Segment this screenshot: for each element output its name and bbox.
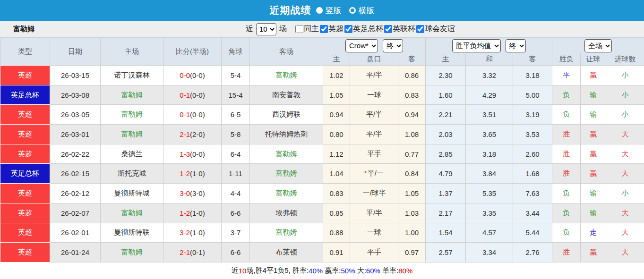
league-filter-group: 同主英超英足总杯英联杯球会友谊 [295, 24, 455, 34]
handicap-text: 一球 [367, 228, 381, 236]
period-select[interactable]: 全场 [584, 39, 612, 52]
asian-away-odds: 1.08 [398, 125, 426, 144]
handicap-line: 平/半 [350, 66, 398, 85]
handicap-line: 平/半 [350, 105, 398, 125]
table-row: 英足总杯 26-02-15 斯托克城 1-2(1-0) 1-11 富勒姆 1.0… [0, 164, 644, 184]
match-history-table: 类型 日期 主场 比分(半场) 角球 客场 Crow* 终 胜平负均值 终 [0, 38, 644, 262]
asian-odds-group-header: Crow* 终 [323, 38, 426, 53]
asian-away-odds: 0.86 [398, 66, 426, 85]
match-type-badge: 英超 [0, 66, 50, 85]
halftime-score: (1-0) [190, 228, 205, 237]
result-goals: 大 [606, 203, 644, 223]
filter-checkbox[interactable] [320, 25, 328, 33]
asian-home-odds: 1.02 [323, 66, 350, 85]
bookmaker-select[interactable]: Crow* [345, 39, 378, 52]
handicap-line: 平/半 [350, 203, 398, 223]
table-row: 英足总杯 26-03-08 富勒姆 0-1(0-0) 15-4 南安普敦 1.0… [0, 85, 644, 105]
match-date: 26-01-24 [50, 243, 101, 262]
away-team: 富勒姆 [250, 164, 323, 184]
europe-odds-time-select[interactable]: 终 [506, 39, 526, 52]
table-row: 英超 26-03-05 富勒姆 0-1(0-0) 6-5 西汉姆联 0.94 平… [0, 105, 644, 125]
halftime-score: (1-0) [190, 209, 205, 217]
summary-segment: 赢率: [323, 266, 341, 275]
score-cell: 1-2(1-0) [163, 203, 222, 223]
table-row: 英超 26-02-12 曼彻斯特城 3-0(3-0) 4-4 富勒姆 0.83 … [0, 184, 644, 203]
euro-draw-odds: 3.34 [466, 243, 513, 262]
filter-checkbox[interactable] [344, 25, 352, 33]
subcol-handicap: 盘口 [350, 53, 398, 66]
euro-away-odds: 7.63 [513, 184, 552, 203]
score-cell: 3-2(1-0) [163, 223, 222, 243]
result-handicap: 赢 [581, 144, 606, 164]
filter-checkbox[interactable] [416, 25, 424, 33]
layout-radio-unselected[interactable]: 横版 [349, 5, 375, 16]
handicap-text: 平/半 [366, 209, 382, 217]
table-row: 英超 26-01-24 富勒姆 2-1(0-1) 6-6 布莱顿 0.91 平手… [0, 243, 644, 262]
euro-away-odds: 3.44 [513, 203, 552, 223]
match-type-badge: 英足总杯 [0, 85, 50, 105]
radio-label: 横版 [359, 5, 375, 16]
layout-radio-selected[interactable]: 竖版 [316, 5, 342, 16]
summary-segment: 大: [355, 266, 366, 275]
result-goals: 小 [606, 66, 644, 85]
corners: 5-4 [222, 66, 250, 85]
filter-球会友谊[interactable]: 球会友谊 [416, 24, 455, 34]
handicap-text: 平/半 [366, 110, 382, 118]
recent-count-select[interactable]: 10 [256, 23, 276, 35]
home-team: 诺丁汉森林 [101, 66, 163, 85]
corners: 6-6 [222, 203, 250, 223]
away-team: 西汉姆联 [250, 105, 323, 125]
away-team: 富勒姆 [250, 66, 323, 85]
euro-home-odds: 1.60 [426, 85, 466, 105]
halftime-score: (0-1) [190, 248, 205, 256]
summary-segment: 60% [366, 267, 380, 275]
subcol-result-wdl: 胜负 [552, 53, 581, 66]
score-cell: 0-1(0-0) [163, 85, 222, 105]
radio-icon[interactable] [349, 7, 356, 14]
team-name: 富勒姆 [0, 25, 34, 34]
euro-away-odds: 2.60 [513, 144, 552, 164]
home-team: 富勒姆 [101, 203, 163, 223]
result-handicap: 输 [581, 105, 606, 125]
filter-label: 球会友谊 [425, 24, 455, 34]
subcol-euro-away: 客 [513, 53, 552, 66]
corners: 4-4 [222, 184, 250, 203]
filter-checkbox[interactable] [295, 25, 303, 33]
filter-同主[interactable]: 同主 [295, 24, 319, 34]
match-type-badge: 英足总杯 [0, 164, 50, 184]
fulltime-score: 0-1 [180, 110, 190, 118]
match-date: 26-03-01 [50, 125, 101, 144]
col-header-corners: 角球 [222, 38, 250, 66]
score-cell: 1-2(1-0) [163, 164, 222, 184]
recent-results-panel: 近期战绩 竖版横版 富勒姆 近 10 场 同主英超英足总杯英联杯球会友谊 类型 … [0, 0, 644, 279]
asian-odds-time-select[interactable]: 终 [383, 39, 403, 52]
asian-home-odds: 1.12 [323, 144, 350, 164]
away-team: 埃弗顿 [250, 203, 323, 223]
filter-英联杯[interactable]: 英联杯 [384, 24, 415, 34]
match-type-badge: 英超 [0, 125, 50, 144]
filter-checkbox[interactable] [384, 25, 392, 33]
home-team: 富勒姆 [101, 243, 163, 262]
filter-英超[interactable]: 英超 [320, 24, 343, 34]
match-date: 26-02-22 [50, 144, 101, 164]
match-type-badge: 英超 [0, 144, 50, 164]
halftime-score: (3-0) [190, 189, 205, 197]
asian-away-odds: 0.77 [398, 144, 426, 164]
halftime-score: (0-0) [190, 91, 205, 99]
asian-away-odds: 1.00 [398, 223, 426, 243]
handicap-line: 一球 [350, 85, 398, 105]
match-type-badge: 英超 [0, 223, 50, 243]
result-wdl: 负 [552, 223, 581, 243]
radio-icon[interactable] [316, 7, 323, 14]
match-date: 26-03-15 [50, 66, 101, 85]
filter-bar: 富勒姆 近 10 场 同主英超英足总杯英联杯球会友谊 [0, 21, 644, 38]
halftime-score: (1-0) [190, 169, 205, 178]
corners: 6-4 [222, 144, 250, 164]
filter-英足总杯[interactable]: 英足总杯 [344, 24, 383, 34]
result-handicap: 赢 [581, 125, 606, 144]
europe-odds-select[interactable]: 胜平负均值 [452, 39, 501, 52]
handicap-line: 一球 [350, 223, 398, 243]
away-team: 富勒姆 [250, 223, 323, 243]
layout-radio-group: 竖版横版 [316, 5, 375, 16]
europe-odds-group-header: 胜平负均值 终 [426, 38, 552, 53]
